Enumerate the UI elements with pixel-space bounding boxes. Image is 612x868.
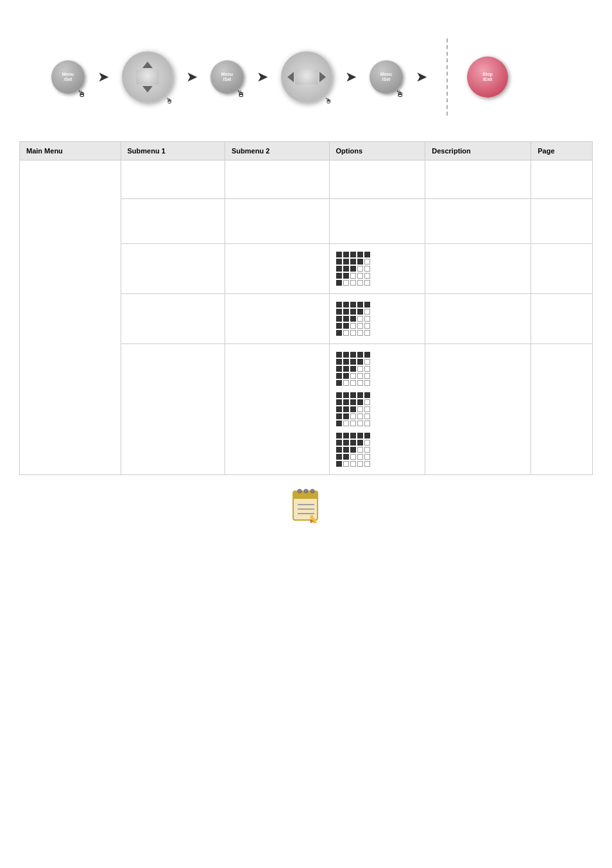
sq-filled	[336, 447, 342, 453]
cell-desc-3	[425, 244, 531, 294]
sq-filled	[350, 316, 356, 322]
sq-filled	[336, 280, 342, 286]
sq-filled	[343, 266, 349, 272]
menu-set-label-1: Menu/Set	[62, 72, 74, 82]
svg-point-6	[304, 489, 308, 493]
cursor-icon-5: 🖱	[395, 89, 404, 99]
sq-filled	[350, 433, 356, 438]
sq-filled	[343, 433, 349, 438]
svg-point-5	[298, 489, 302, 493]
cursor-icon-3: 🖱	[236, 89, 245, 99]
sq-filled	[343, 273, 349, 279]
menu-set-button-3[interactable]: Menu/Set 🖱	[370, 60, 403, 94]
sq-empty	[343, 461, 349, 467]
sq-filled	[350, 252, 356, 257]
sq-empty	[364, 273, 370, 279]
level-row	[336, 392, 419, 398]
level-row	[336, 330, 419, 336]
sq-filled	[343, 454, 349, 460]
arrow-4: ➤	[345, 69, 357, 85]
level-row	[336, 366, 419, 372]
cell-page-5	[531, 344, 593, 475]
arrow-3: ➤	[257, 69, 268, 85]
sq-filled	[336, 421, 342, 426]
cell-sub1-4	[121, 294, 225, 344]
dpad-updown-button[interactable]: 🖱	[122, 51, 173, 103]
level-grid-3b	[336, 392, 419, 426]
sq-empty	[350, 323, 356, 329]
menu-set-button-2[interactable]: Menu/Set 🖱	[210, 60, 244, 94]
level-row	[336, 380, 419, 386]
sq-empty	[357, 447, 363, 453]
sq-filled	[336, 461, 342, 467]
bottom-note	[0, 488, 612, 523]
sq-empty	[357, 373, 363, 379]
sq-empty	[364, 309, 370, 315]
level-row	[336, 399, 419, 405]
cell-sub1-2	[121, 199, 225, 244]
sq-empty	[357, 380, 363, 386]
sq-filled	[336, 366, 342, 372]
stop-exit-button[interactable]: Stop/Exit	[467, 56, 508, 98]
sq-empty	[357, 280, 363, 286]
sq-filled	[336, 273, 342, 279]
sq-filled	[336, 392, 342, 398]
sq-filled	[336, 440, 342, 446]
sq-filled	[336, 316, 342, 322]
sq-empty	[357, 421, 363, 426]
cell-page-4	[531, 294, 593, 344]
level-row	[336, 413, 419, 419]
col-header-sub1: Submenu 1	[121, 142, 225, 161]
sq-filled	[336, 266, 342, 272]
cell-sub2-5	[225, 344, 330, 475]
level-grid-3a	[336, 352, 419, 386]
sq-filled	[350, 266, 356, 272]
sq-empty	[350, 461, 356, 467]
level-row	[336, 273, 419, 279]
sq-empty	[357, 273, 363, 279]
sq-filled	[336, 352, 342, 358]
sq-filled	[336, 399, 342, 405]
dpad-center	[136, 69, 159, 85]
sq-filled	[350, 352, 356, 358]
sq-empty	[350, 454, 356, 460]
sq-empty	[350, 330, 356, 336]
cell-options-5	[329, 344, 425, 475]
sq-empty	[364, 380, 370, 386]
dpad-leftright-button[interactable]: 🖱	[281, 51, 332, 103]
table-header-row: Main Menu Submenu 1 Submenu 2 Options De…	[20, 142, 593, 161]
sq-empty	[357, 323, 363, 329]
level-row	[336, 406, 419, 412]
sq-filled	[350, 399, 356, 405]
sq-empty	[364, 359, 370, 365]
col-header-options: Options	[329, 142, 425, 161]
sq-filled	[336, 359, 342, 365]
arrow-5: ➤	[416, 69, 427, 85]
sq-empty	[343, 421, 349, 426]
sq-filled	[343, 359, 349, 365]
sq-filled	[357, 252, 363, 257]
sq-empty	[364, 406, 370, 412]
sq-filled	[350, 309, 356, 315]
level-row	[336, 252, 419, 257]
sq-filled	[343, 252, 349, 257]
sq-filled	[357, 392, 363, 398]
sq-filled	[364, 252, 370, 257]
note-icon	[290, 488, 322, 523]
sq-filled	[364, 433, 370, 438]
sq-filled	[350, 392, 356, 398]
level-grid-2	[336, 302, 419, 336]
sq-empty	[357, 266, 363, 272]
sq-filled	[357, 440, 363, 446]
sq-filled	[343, 323, 349, 329]
col-header-description: Description	[425, 142, 531, 161]
menu-set-button-1[interactable]: Menu/Set 🖱	[51, 60, 85, 94]
level-row	[336, 373, 419, 379]
level-row	[336, 461, 419, 467]
sq-empty	[357, 366, 363, 372]
cell-sub1-1	[121, 161, 225, 199]
cell-options-2	[329, 199, 425, 244]
main-table: Main Menu Submenu 1 Submenu 2 Options De…	[19, 141, 593, 475]
sq-empty	[364, 399, 370, 405]
cell-page-1	[531, 161, 593, 199]
